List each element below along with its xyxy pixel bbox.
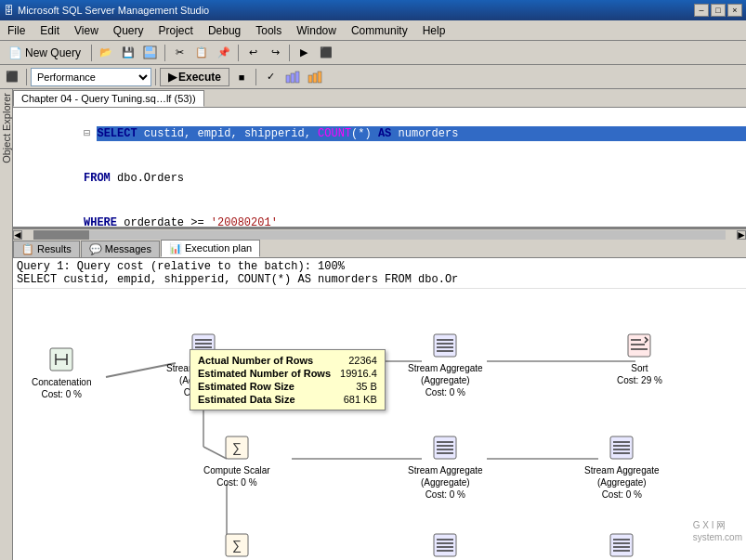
- title-controls: – □ ×: [694, 4, 742, 17]
- menu-window[interactable]: Window: [289, 20, 344, 40]
- stream-aggregate-2-node[interactable]: Stream Aggregate (Aggregate) Cost: 0 %: [408, 331, 483, 398]
- scroll-left-btn[interactable]: ◄: [13, 230, 22, 240]
- new-query-button[interactable]: 📄 New Query: [2, 44, 87, 62]
- menu-edit[interactable]: Edit: [33, 20, 67, 40]
- compute-scalar-1-cost: Cost: 0 %: [203, 476, 270, 488]
- tooltip-row-1: Actual Number of Rows 22364: [198, 354, 377, 367]
- toolbar2-sep-1: [26, 69, 27, 85]
- svg-rect-57: [610, 534, 633, 556]
- main-area: Object Explorer Chapter 04 - Query Tunin…: [0, 89, 746, 560]
- sql-line-1: ⊟ SELECT custid, empid, shipperid, COUNT…: [17, 111, 742, 156]
- toolbar-copy-button[interactable]: 📋: [191, 43, 212, 63]
- close-button[interactable]: ×: [727, 4, 742, 17]
- menu-tools[interactable]: Tools: [248, 20, 289, 40]
- toolbar-debug-button[interactable]: ▶: [294, 43, 314, 63]
- h-scrollbar[interactable]: ◄ ►: [13, 228, 746, 240]
- messages-tab[interactable]: 💬 Messages: [81, 241, 160, 257]
- execution-plan-tab-icon: 📊: [169, 242, 182, 254]
- sql-line-2: FROM dbo.Orders: [17, 156, 742, 201]
- scroll-right-btn[interactable]: ►: [737, 230, 746, 240]
- execution-plan-tab[interactable]: 📊 Execution plan: [161, 240, 260, 257]
- stream-agg-4-label: Stream Aggregate: [584, 464, 660, 476]
- menu-query[interactable]: Query: [106, 20, 151, 40]
- svg-rect-52: [434, 534, 456, 556]
- menu-bar: File Edit View Query Project Debug Tools…: [0, 20, 746, 41]
- concatenation-cost: Cost: 0 %: [32, 388, 92, 400]
- tooltip-popup: Actual Number of Rows 22364 Estimated Nu…: [190, 349, 386, 410]
- tooltip-label-3: Estimated Row Size: [198, 381, 304, 392]
- scroll-thumb[interactable]: [33, 230, 89, 240]
- toolbar-cut-button[interactable]: ✂: [169, 43, 190, 63]
- stream-aggregate-5-node[interactable]: Stream Aggregate (Aggregate) Cost: 0 %: [408, 530, 483, 560]
- menu-help[interactable]: Help: [415, 20, 453, 40]
- toolbar-stop-button[interactable]: ⬛: [316, 43, 336, 63]
- execute-label: Execute: [178, 71, 221, 84]
- stream-agg-4-sublabel: (Aggregate): [584, 476, 660, 488]
- svg-rect-5: [295, 72, 299, 83]
- svg-rect-8: [318, 72, 321, 83]
- toolbar2-sep-2: [155, 69, 156, 85]
- toolbar2-stop-button[interactable]: ■: [231, 67, 252, 87]
- tooltip-row-3: Estimated Row Size 35 B: [198, 380, 377, 393]
- svg-rect-6: [308, 75, 312, 83]
- toolbar-sep-2: [164, 45, 165, 61]
- toolbar2-include-plan-button[interactable]: [305, 67, 325, 87]
- svg-rect-34: [628, 334, 650, 357]
- results-tab[interactable]: 📋 Results: [13, 241, 80, 257]
- execute-button[interactable]: ▶ Execute: [160, 68, 229, 86]
- compute-scalar-2-node[interactable]: ∑ Compute Scalar Cost: 0 %: [203, 530, 270, 560]
- concatenation-label: Concatenation: [32, 376, 92, 388]
- new-query-icon: 📄: [8, 46, 22, 59]
- stream-agg-4-icon: [607, 433, 636, 462]
- menu-community[interactable]: Community: [344, 20, 415, 40]
- toolbar-redo-button[interactable]: ↪: [265, 43, 285, 63]
- menu-file[interactable]: File: [0, 20, 33, 40]
- performance-dropdown[interactable]: Performance: [31, 68, 151, 86]
- tooltip-row-2: Estimated Number of Rows 19916.4: [198, 367, 377, 380]
- toolbar-sep-4: [289, 45, 290, 61]
- toolbar2-icon1[interactable]: ⬛: [2, 67, 22, 87]
- toolbar2-sep-3: [255, 69, 256, 85]
- svg-rect-2: [145, 54, 155, 58]
- tooltip-label-4: Estimated Data Size: [198, 394, 305, 405]
- plan-header: Query 1: Query cost (relative to the bat…: [13, 258, 746, 289]
- menu-project[interactable]: Project: [151, 20, 201, 40]
- maximize-button[interactable]: □: [711, 4, 726, 17]
- stream-agg-4-cost: Cost: 0 %: [584, 488, 660, 501]
- menu-debug[interactable]: Debug: [201, 20, 248, 40]
- menu-view[interactable]: View: [67, 20, 106, 40]
- title-bar: 🗄 Microsoft SQL Server Management Studio…: [0, 0, 746, 20]
- svg-rect-40: [434, 436, 456, 459]
- svg-rect-45: [610, 436, 633, 459]
- title-bar-icon: 🗄: [4, 5, 14, 16]
- toolbar-save-button[interactable]: 💾: [118, 43, 138, 63]
- stream-aggregate-4-node[interactable]: Stream Aggregate (Aggregate) Cost: 0 %: [584, 433, 660, 501]
- toolbar-save-all-button[interactable]: [140, 43, 161, 63]
- toolbar-1: 📄 New Query 📂 💾 ✂ 📋 📌 ↩ ↪ ▶ ⬛: [0, 41, 746, 65]
- toolbar-paste-button[interactable]: 📌: [214, 43, 234, 63]
- plan-connectors: [13, 289, 746, 544]
- watermark: G X I 网system.com: [693, 519, 742, 542]
- compute-scalar-1-node[interactable]: ∑ Compute Scalar Cost: 0 %: [203, 433, 270, 488]
- stream-agg-2-cost: Cost: 0 %: [408, 386, 483, 398]
- svg-rect-7: [313, 73, 317, 83]
- toolbar-undo-button[interactable]: ↩: [242, 43, 263, 63]
- plan-header-line2: SELECT custid, empid, shipperid, COUNT(*…: [17, 273, 742, 286]
- minimize-button[interactable]: –: [694, 4, 709, 17]
- stream-aggregate-6-node[interactable]: Stream Aggregate (Agg Cos: [584, 530, 660, 560]
- toolbar2-display-plan-button[interactable]: [282, 67, 303, 87]
- stream-agg-5-icon: [430, 530, 460, 560]
- concatenation-node[interactable]: Concatenation Cost: 0 %: [32, 345, 92, 400]
- stream-aggregate-3-node[interactable]: Stream Aggregate (Aggregate) Cost: 0 %: [408, 433, 483, 501]
- messages-tab-icon: 💬: [89, 243, 102, 254]
- toolbar-open-button[interactable]: 📂: [96, 43, 116, 63]
- stream-agg-3-sublabel: (Aggregate): [408, 476, 483, 488]
- toolbar2-parse-button[interactable]: ✓: [260, 67, 281, 87]
- scroll-track: [33, 230, 726, 240]
- tooltip-row-4: Estimated Data Size 681 KB: [198, 393, 377, 406]
- results-panel: 📋 Results 💬 Messages 📊 Execution plan Qu…: [13, 240, 746, 560]
- results-tab-bar: 📋 Results 💬 Messages 📊 Execution plan: [13, 240, 746, 258]
- sort-node[interactable]: Sort Cost: 29 %: [617, 331, 662, 386]
- document-tab[interactable]: Chapter 04 - Query Tuning.sq…lf (53)): [13, 90, 204, 107]
- sql-editor[interactable]: ⊟ SELECT custid, empid, shipperid, COUNT…: [13, 108, 746, 228]
